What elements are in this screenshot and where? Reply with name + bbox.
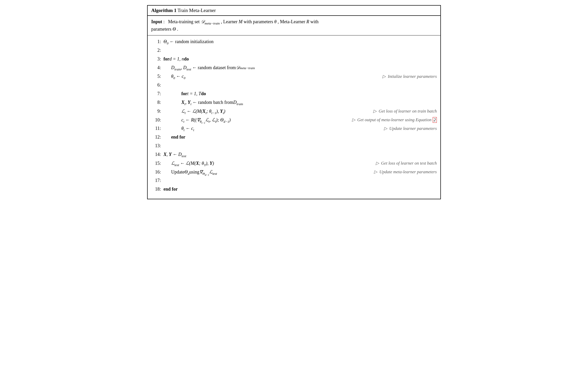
algorithm-label: Algorithm 1 <box>151 8 177 13</box>
line-number-4: 4: <box>151 65 161 70</box>
arrow-1: ← <box>170 39 174 44</box>
line-14: 14: X, Y ← Dtest <box>151 152 437 160</box>
do-keyword-3: do <box>184 56 189 62</box>
d-train-test: Dtrain, Dtest <box>171 65 191 71</box>
comment-9: ▷ Get loss of learner on train batch <box>373 108 437 114</box>
random-dataset: random dataset from <box>198 65 236 70</box>
end-for-12: end for <box>171 134 185 140</box>
line-15: 15: ℒtest ← ℒ(M(X; θT), Y) ▷ Get loss of… <box>151 160 437 169</box>
line-7: 7: for t = 1, T do <box>151 91 437 100</box>
comment-10: ▷ Get output of meta-learner using Equat… <box>352 117 437 123</box>
ct-11: ct <box>191 126 194 132</box>
line-12: 12: end for <box>151 134 437 143</box>
arrow-11: ← <box>185 126 190 131</box>
line-content-2 <box>163 48 437 53</box>
input-with2: with <box>310 19 319 24</box>
line-number-18: 18: <box>151 187 161 192</box>
line-number-12: 12: <box>151 134 161 140</box>
line-3: 3: for d = 1, n do <box>151 56 437 65</box>
line-number-9: 9: <box>151 109 161 114</box>
line-number-10: 10: <box>151 117 161 123</box>
line-content-4: Dtrain, Dtest ← random dataset from 𝒟met… <box>171 65 437 71</box>
arrow-9: ← <box>187 109 191 114</box>
line-content-18: end for <box>163 187 437 192</box>
line-number-5: 5: <box>151 74 161 79</box>
algorithm-box: Algorithm 1 Train Meta-Learner Input : M… <box>147 5 441 199</box>
Xt-Yt: Xt, Yt <box>181 100 191 106</box>
arrow-8: ← <box>192 100 197 105</box>
Ltest-15: ℒtest <box>171 160 179 167</box>
line-17: 17: <box>151 178 437 187</box>
arrow-14: ← <box>173 152 177 157</box>
comment-15: ▷ Get loss of learner on test batch <box>376 160 437 166</box>
line-content-17 <box>163 178 437 183</box>
line-13: 13: <box>151 143 437 152</box>
loss-expr-15: ℒ(M(X; θT), Y) <box>186 160 214 167</box>
algorithm-body: 1: Θ0 ← random initialization 2: 3: for … <box>148 35 440 199</box>
end-for-18: end for <box>163 187 178 192</box>
input-theta: θ <box>274 19 277 24</box>
line-1: 1: Θ0 ← random initialization <box>151 39 437 48</box>
input-sub: meta−train <box>205 21 220 25</box>
line-8: 8: Xt, Yt ← random batch from Dtrain <box>151 100 437 108</box>
input-R: R <box>307 19 309 24</box>
random-batch-8: random batch from <box>198 100 233 105</box>
line-number-16: 16: <box>151 169 161 175</box>
algorithm-title: Algorithm 1 Train Meta-Learner <box>148 6 440 16</box>
theta0: Θ0 <box>163 39 169 45</box>
loss-expr-9: ℒ(M(Xt; θt−1), Yt) <box>192 108 225 115</box>
line-9: 9: ℒt ← ℒ(M(Xt; θt−1), Yt) ▷ Get loss of… <box>151 108 437 117</box>
input-label: Input <box>151 19 162 24</box>
arrow-15: ← <box>180 161 185 166</box>
line-number-6: 6: <box>151 82 161 88</box>
comment-16: ▷ Update meta-learner parameters <box>374 169 437 175</box>
line-number-7: 7: <box>151 91 161 96</box>
line-4: 4: Dtrain, Dtest ← random dataset from 𝒟… <box>151 65 437 74</box>
line-number-1: 1: <box>151 39 161 44</box>
line-16: 16: Update Θd using ∇Θd−1ℒtest ▷ Update … <box>151 169 437 178</box>
Theta-d-16: Θd <box>184 169 190 176</box>
line-content-13 <box>163 143 437 149</box>
c0: c0 <box>182 74 185 80</box>
line-content-8: Xt, Yt ← random batch from Dtrain <box>181 100 437 106</box>
input-params: parameters <box>151 27 172 32</box>
equation-ref: 2 <box>433 117 437 123</box>
line-number-3: 3: <box>151 56 161 62</box>
arrow-5: ← <box>176 74 181 79</box>
input-section: Input : Meta-training set 𝒟meta−train , … <box>148 16 440 35</box>
using-text-16: using <box>189 169 199 175</box>
comment-11: ▷ Update learner parameters <box>384 126 437 131</box>
line-content-14: X, Y ← Dtest <box>163 152 437 158</box>
line-6: 6: <box>151 82 437 91</box>
line-number-14: 14: <box>151 152 161 157</box>
comment-5: ▷ Intialize learner parameters <box>382 74 437 79</box>
meta-expr-10: R((∇θt−1ℒt, ℒt); Θd−1) <box>191 117 231 124</box>
random-init: random initialization <box>175 39 214 44</box>
theta0-line5: θ0 <box>171 74 175 80</box>
algorithm-name: Train Meta-Learner <box>178 8 216 13</box>
do-keyword-7: do <box>201 91 206 96</box>
line-content-1: Θ0 ← random initialization <box>163 39 437 45</box>
line-content-3: for d = 1, n do <box>163 56 437 62</box>
line-11: 11: θt ← ct ▷ Update learner parameters <box>151 126 437 134</box>
dtrain-8: Dtrain <box>233 100 243 106</box>
input-text: : Meta-training set <box>163 19 201 24</box>
arrow-4: ← <box>192 65 197 70</box>
line-content-7: for t = 1, T do <box>181 91 437 96</box>
for-var-3: d = 1, n <box>169 56 184 62</box>
line-number-8: 8: <box>151 100 161 105</box>
nabla-16: ∇Θd−1ℒtest <box>199 169 217 176</box>
for-keyword-3: for <box>163 56 169 62</box>
line-number-11: 11: <box>151 126 161 131</box>
line-content-6 <box>163 82 437 88</box>
script-D-4: 𝒟 <box>236 65 240 70</box>
input-M: M <box>239 19 242 24</box>
sub-metatrain-4: meta−train <box>240 66 255 70</box>
line-5: 5: θ0 ← c0 ▷ Intialize learner parameter… <box>151 74 437 82</box>
ct-10: ct <box>181 117 184 124</box>
input-learner-text: , Learner <box>221 19 239 24</box>
input-period: . <box>177 27 178 32</box>
input-with1: with parameters <box>244 19 274 24</box>
theta-t-11: θt <box>181 126 184 132</box>
dtest-14: Dtest <box>178 152 186 158</box>
